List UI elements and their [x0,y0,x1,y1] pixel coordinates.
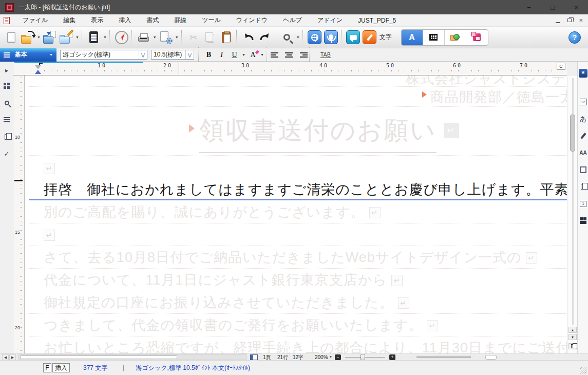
font-size-select[interactable]: 10.5(標準) ⋁ [151,50,194,60]
check-marks-icon[interactable]: ✓ [3,150,10,157]
viewer-dropdown-caret[interactable]: ▼ [102,35,108,39]
body-line[interactable]: さて、去る10月8日付でご納品いただきましたWebサイトデザイン一式の [44,249,537,266]
zoom-out-button[interactable]: − [335,354,341,360]
save-as-button[interactable] [58,28,74,47]
zoom-slider-track[interactable] [345,357,385,358]
body-line[interactable]: つきまして、代金の領収書のご発行をお願いいたします。 [44,316,438,334]
menu-just-pdf[interactable]: JUST_PDF_5 [350,17,404,24]
redo-button[interactable] [257,28,273,47]
body-line[interactable]: お忙しいところ恐縮ですが、経理手続き上の都合により、11月30日までにご送付 [44,339,567,353]
font-color-dropdown-caret[interactable]: ▼ [259,53,265,57]
doc-minimize-icon[interactable] [556,22,560,23]
print-button[interactable] [136,28,152,47]
menu-view[interactable]: 表示 [83,16,111,25]
print-settings-dropdown-caret[interactable]: ▼ [174,35,180,39]
doc-close-icon[interactable]: × [579,18,583,23]
style-selector[interactable]: 基本 ▼ [0,48,56,62]
text-check-button[interactable] [362,28,378,47]
page-thumbnails-icon[interactable] [3,133,10,140]
menu-window[interactable]: ウィンドウ [229,16,275,25]
vertical-scrollbar[interactable]: ▲ ▼ [567,76,577,353]
print-settings-button[interactable] [158,28,174,47]
menu-help[interactable]: ヘルプ [275,16,310,25]
maximize-button[interactable]: □ [541,0,564,14]
blocks-palette-icon[interactable] [579,216,587,225]
body-line[interactable] [44,159,55,177]
menu-tools[interactable]: ツール [194,16,229,25]
body-line-current[interactable]: 拝啓 御社におかれましてはますますご清栄のこととお慶び申し上げます。平素は [44,181,567,198]
pages-palette-icon[interactable] [579,182,587,191]
indent-marker-bottom[interactable] [35,70,41,74]
viewer-button[interactable] [86,28,102,47]
search-button[interactable] [279,28,295,47]
doc-restore-icon[interactable] [567,18,572,22]
table-view-button[interactable] [423,30,445,45]
justsystems-flower-icon[interactable]: * [579,69,587,78]
sender-person-line[interactable]: 商品開発部／徳島一太郎 [430,88,567,106]
undo-button[interactable] [240,28,257,47]
horizontal-scrollbar-thumb[interactable] [20,355,177,359]
close-button[interactable]: × [564,0,588,14]
align-center-button[interactable] [283,50,295,60]
document-area[interactable]: 株式会社ジャストシステム 商品開発部／徳島一太郎 領収書送付のお願い 拝啓 御社… [25,76,567,353]
horizontal-scrollbar-track[interactable] [18,354,246,360]
expand-palette-icon[interactable]: ▶ [3,67,10,74]
underline-dropdown-caret[interactable]: ▼ [241,53,246,57]
font-select[interactable]: 游ゴシック(標準) ⋁ [60,50,147,60]
sheet-grid-icon[interactable] [3,82,10,89]
kana-palette-icon[interactable]: あ [579,115,587,123]
indent-marker-top[interactable] [35,65,41,69]
search-palette-icon[interactable] [3,99,10,106]
underline-button[interactable]: U [228,49,241,61]
tab-button[interactable]: TAB [320,52,331,58]
align-right-button[interactable] [295,50,308,60]
scroll-up-button[interactable]: ▲ [568,327,577,333]
open-dropdown-caret[interactable]: ▼ [36,35,42,39]
chat-support-button[interactable] [345,28,362,47]
navigation-button[interactable] [113,28,130,47]
italic-button[interactable]: I [215,49,228,61]
new-document-button[interactable] [3,28,20,47]
text-view-button[interactable]: A [402,30,423,45]
secondary-scroll-line[interactable] [416,357,471,358]
body-line[interactable]: 別のご高配を賜り、誠にありがとうございます。 [44,203,381,221]
font-color-button[interactable]: A [246,49,259,61]
menu-insert[interactable]: 挿入 [111,16,139,25]
sender-company-line[interactable]: 株式会社ジャストシステム [406,76,567,87]
menu-format[interactable]: 書式 [139,16,166,25]
resize-grip[interactable] [580,367,586,373]
scroll-left-button[interactable]: ◀ [2,354,9,360]
cut-button[interactable]: ✂ [185,28,202,47]
body-line[interactable]: 代金について、11月1日にジャスト銀行東京支店から [44,271,403,289]
paste-button[interactable] [218,28,235,47]
print-dropdown-caret[interactable]: ▼ [152,35,158,39]
frame-palette-icon[interactable] [579,165,587,174]
scrollbar-thumb[interactable] [570,115,575,152]
ruler-corner-button[interactable]: C [557,63,565,70]
save-as-dropdown-caret[interactable]: ▼ [74,35,80,39]
web-service-button[interactable] [307,28,323,47]
body-line[interactable] [44,226,55,243]
insert-mode-button[interactable]: 挿入 [52,363,70,372]
outline-list-icon[interactable] [3,116,10,123]
menu-edit[interactable]: 編集 [55,16,83,25]
minimize-button[interactable]: − [517,0,541,14]
page-layout-icon[interactable] [250,354,258,360]
font-palette-icon[interactable]: AA [579,148,587,157]
hanako-view-button[interactable] [466,30,488,45]
help-button[interactable]: ? [568,31,581,44]
window-palette-icon[interactable]: 1 [579,199,587,208]
copy-button[interactable] [202,28,218,47]
save-button[interactable] [42,28,58,47]
voice-input-button[interactable] [323,28,339,47]
search-dropdown-caret[interactable]: ▼ [295,35,301,39]
zoom-in-button[interactable]: + [389,354,395,360]
menu-border[interactable]: 罫線 [166,16,194,25]
function-mode-button[interactable]: F [43,363,51,372]
scroll-down-button[interactable]: ▼ [568,334,577,340]
bold-button[interactable]: B [202,49,215,61]
align-left-button[interactable] [271,50,283,60]
menu-file[interactable]: ファイル [15,16,55,25]
page-jump-button[interactable] [568,343,577,349]
drawing-view-button[interactable] [445,30,466,45]
